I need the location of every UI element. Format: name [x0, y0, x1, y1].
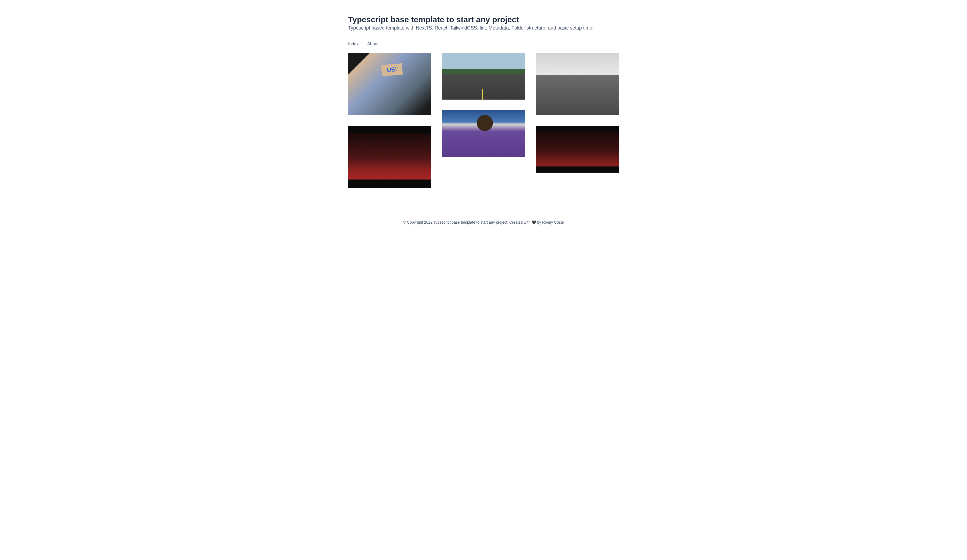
gallery-image-protest[interactable]	[348, 53, 431, 115]
page-footer: © Copyright 2022 Typescript base templat…	[0, 209, 967, 235]
nav-link-about[interactable]: About	[367, 41, 378, 46]
page-subtitle: Typescript based template with NextTS, R…	[348, 25, 619, 31]
footer-by: by	[536, 220, 542, 224]
gallery-column-3	[536, 53, 619, 188]
gallery-image-lavender-field[interactable]	[442, 110, 525, 157]
nav-link-index[interactable]: Index	[348, 41, 358, 46]
gallery-image-car-seats-figures[interactable]	[536, 126, 619, 173]
heart-icon: 🖤	[531, 220, 536, 224]
footer-author-link[interactable]: Ronny Coste	[542, 220, 564, 224]
gallery-image-road-color[interactable]	[442, 53, 525, 100]
page-title: Typescript base template to start any pr…	[348, 15, 619, 24]
gallery-column-2	[442, 53, 525, 188]
gallery-image-road-bw[interactable]	[536, 53, 619, 115]
gallery-column-1	[348, 53, 431, 188]
main-container: Typescript base template to start any pr…	[344, 0, 623, 188]
main-nav: Index About	[348, 41, 619, 46]
footer-copyright: © Copyright 2022 Typescript base templat…	[403, 220, 531, 224]
gallery-image-car-seats-people[interactable]	[348, 126, 431, 188]
image-gallery	[348, 53, 619, 188]
